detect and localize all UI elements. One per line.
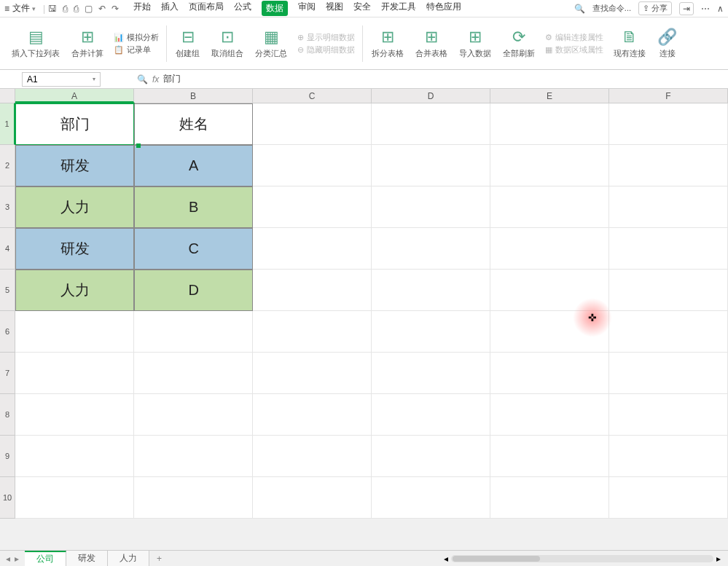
cell-c6[interactable]	[253, 311, 372, 353]
consolidate-button[interactable]: ⊞合并计算	[66, 22, 109, 66]
cell-b2[interactable]: A	[134, 145, 253, 186]
tab-security[interactable]: 安全	[353, 1, 371, 16]
cell-a9[interactable]	[15, 436, 134, 477]
show-detail-button[interactable]: ⊕显示明细数据	[297, 32, 355, 43]
search-label[interactable]: 查找命令...	[592, 3, 631, 14]
undo-icon[interactable]: ↶	[98, 4, 106, 14]
hamburger-icon[interactable]: ≡	[4, 4, 9, 14]
cell-d10[interactable]	[372, 477, 490, 519]
cell-d5[interactable]	[372, 270, 490, 311]
col-header-d[interactable]: D	[372, 89, 490, 103]
cell-b5[interactable]: D	[134, 270, 253, 311]
cell-d7[interactable]	[372, 353, 490, 394]
redo-icon[interactable]: ↷	[111, 4, 119, 14]
cell-a2[interactable]: 研发	[15, 145, 134, 186]
cell-c7[interactable]	[253, 353, 372, 394]
cell-d1[interactable]	[372, 103, 490, 145]
cell-f10[interactable]	[609, 477, 728, 519]
hide-detail-button[interactable]: ⊖隐藏明细数据	[297, 44, 355, 55]
cell-d8[interactable]	[372, 394, 490, 436]
more-icon[interactable]: ⋯	[701, 4, 710, 14]
cell-f3[interactable]	[609, 186, 728, 228]
cell-c10[interactable]	[253, 477, 372, 519]
col-header-c[interactable]: C	[253, 89, 372, 103]
cell-f1[interactable]	[609, 103, 728, 145]
tab-page-layout[interactable]: 页面布局	[189, 1, 224, 16]
tab-review[interactable]: 审阅	[298, 1, 316, 16]
tab-formula[interactable]: 公式	[234, 1, 251, 16]
scroll-track[interactable]	[451, 555, 713, 562]
group-button[interactable]: ⊟创建组	[170, 22, 206, 66]
cell-e2[interactable]	[490, 145, 609, 186]
formula-input[interactable]: 部门	[159, 73, 728, 85]
row-header-7[interactable]: 7	[0, 353, 15, 394]
cell-f6[interactable]	[609, 311, 728, 353]
cell-c4[interactable]	[253, 228, 372, 270]
cell-a4[interactable]: 研发	[15, 228, 134, 270]
cell-c9[interactable]	[253, 436, 372, 477]
connections-button[interactable]: 🔗连接	[651, 22, 683, 66]
cell-f5[interactable]	[609, 270, 728, 311]
cell-f8[interactable]	[609, 394, 728, 436]
cell-e6[interactable]	[490, 311, 609, 353]
data-range-button[interactable]: ▦数据区域属性	[545, 44, 603, 55]
cell-b3[interactable]: B	[134, 186, 253, 228]
cell-b9[interactable]	[134, 436, 253, 477]
col-header-e[interactable]: E	[490, 89, 609, 103]
row-header-9[interactable]: 9	[0, 436, 15, 477]
row-header-4[interactable]: 4	[0, 228, 15, 270]
cell-a10[interactable]	[15, 477, 134, 519]
tab-special[interactable]: 特色应用	[426, 1, 461, 16]
cell-c8[interactable]	[253, 394, 372, 436]
cell-a8[interactable]	[15, 394, 134, 436]
row-header-10[interactable]: 10	[0, 477, 15, 519]
merge-table-button[interactable]: ⊞合并表格	[410, 22, 453, 66]
cell-b8[interactable]	[134, 394, 253, 436]
dropdown-list-button[interactable]: ▤插入下拉列表	[6, 22, 66, 66]
col-header-b[interactable]: B	[134, 89, 253, 103]
record-form-button[interactable]: 📋记录单	[114, 44, 159, 55]
cell-d3[interactable]	[372, 186, 490, 228]
tab-insert[interactable]: 插入	[161, 1, 179, 16]
subtotal-button[interactable]: ▦分类汇总	[249, 22, 293, 66]
cell-e1[interactable]	[490, 103, 609, 145]
row-header-2[interactable]: 2	[0, 145, 15, 186]
cell-a6[interactable]	[15, 311, 134, 353]
selection-handle[interactable]	[136, 144, 141, 148]
cell-a5[interactable]: 人力	[15, 270, 134, 311]
tab-view[interactable]: 视图	[326, 1, 343, 16]
cell-d4[interactable]	[372, 228, 490, 270]
cell-b6[interactable]	[134, 311, 253, 353]
cell-c3[interactable]	[253, 186, 372, 228]
scroll-left-icon[interactable]: ◂	[444, 554, 448, 564]
select-all-corner[interactable]	[0, 89, 15, 103]
scroll-right-icon[interactable]: ▸	[716, 554, 721, 564]
tab-data[interactable]: 数据	[262, 1, 288, 16]
sheet-prev-icon[interactable]: ◂	[6, 554, 10, 564]
cell-e3[interactable]	[490, 186, 609, 228]
file-menu[interactable]: 文件 ▾	[12, 2, 36, 15]
row-header-5[interactable]: 5	[0, 270, 15, 311]
sheet-tab-hr[interactable]: 人力	[108, 551, 149, 567]
export-icon[interactable]: ⇥	[679, 2, 694, 15]
search-fx-icon[interactable]: 🔍	[137, 74, 148, 84]
cell-c2[interactable]	[253, 145, 372, 186]
existing-conn-button[interactable]: 🗎现有连接	[608, 22, 651, 66]
cell-b7[interactable]	[134, 353, 253, 394]
cell-d9[interactable]	[372, 436, 490, 477]
ungroup-button[interactable]: ⊡取消组合	[206, 22, 249, 66]
sheet-tab-company[interactable]: 公司	[25, 551, 66, 567]
cell-e8[interactable]	[490, 394, 609, 436]
cell-b4[interactable]: C	[134, 228, 253, 270]
cell-d2[interactable]	[372, 145, 490, 186]
refresh-all-button[interactable]: ⟳全部刷新	[497, 22, 541, 66]
tab-dev-tools[interactable]: 开发工具	[381, 1, 416, 16]
cell-b1[interactable]: 姓名	[134, 103, 253, 145]
add-sheet-button[interactable]: +	[149, 554, 169, 564]
whatif-button[interactable]: 📊模拟分析	[114, 32, 159, 43]
cell-a3[interactable]: 人力	[15, 186, 134, 228]
save-icon[interactable]: 🖫	[48, 4, 57, 14]
cell-f9[interactable]	[609, 436, 728, 477]
cell-c5[interactable]	[253, 270, 372, 311]
sheet-next-icon[interactable]: ▸	[15, 554, 19, 564]
